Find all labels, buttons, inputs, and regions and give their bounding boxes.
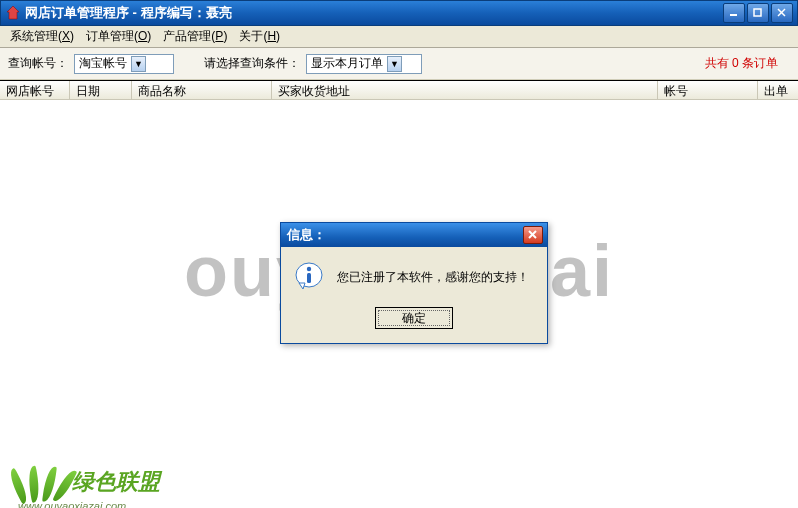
svg-rect-1	[754, 9, 761, 16]
col-date[interactable]: 日期	[70, 81, 132, 99]
menu-about[interactable]: 关于(H)	[233, 26, 286, 47]
minimize-button[interactable]	[723, 3, 745, 23]
order-count-status: 共有 0 条订单	[705, 55, 790, 72]
footer-url: www.ouyaoxiazai.com	[18, 500, 126, 508]
info-dialog: 信息： 您已注册了本软件，感谢您的支持！ 确定	[280, 222, 548, 344]
query-toolbar: 查询帐号： 淘宝帐号 ▼ 请选择查询条件： 显示本月订单 ▼ 共有 0 条订单	[0, 48, 798, 80]
leaf-icon	[18, 462, 68, 502]
dialog-close-button[interactable]	[523, 226, 543, 244]
condition-combo[interactable]: 显示本月订单 ▼	[306, 54, 422, 74]
footer-logo: 绿色联盟	[18, 462, 160, 502]
dialog-title-text: 信息：	[285, 226, 523, 244]
close-button[interactable]	[771, 3, 793, 23]
account-combo-value: 淘宝帐号	[79, 55, 127, 72]
maximize-button[interactable]	[747, 3, 769, 23]
menu-system[interactable]: 系统管理(X)	[4, 26, 80, 47]
dialog-titlebar: 信息：	[281, 223, 547, 247]
menu-orders[interactable]: 订单管理(O)	[80, 26, 157, 47]
condition-label: 请选择查询条件：	[204, 55, 300, 72]
col-product-name[interactable]: 商品名称	[132, 81, 272, 99]
account-combo[interactable]: 淘宝帐号 ▼	[74, 54, 174, 74]
footer-brand: 绿色联盟	[72, 467, 160, 497]
chevron-down-icon: ▼	[131, 56, 146, 72]
svg-point-7	[307, 267, 311, 271]
svg-rect-8	[307, 273, 311, 283]
condition-combo-value: 显示本月订单	[311, 55, 383, 72]
col-issued[interactable]: 出单	[758, 81, 798, 99]
info-icon	[293, 261, 325, 293]
dialog-message: 您已注册了本软件，感谢您的支持！	[337, 269, 529, 286]
window-title: 网店订单管理程序 - 程序编写：聂亮	[25, 4, 723, 22]
menu-products[interactable]: 产品管理(P)	[157, 26, 233, 47]
account-label: 查询帐号：	[8, 55, 68, 72]
col-account[interactable]: 帐号	[658, 81, 758, 99]
table-header: 网店帐号 日期 商品名称 买家收货地址 帐号 出单	[0, 80, 798, 100]
app-icon	[5, 5, 21, 21]
menu-bar: 系统管理(X) 订单管理(O) 产品管理(P) 关于(H)	[0, 26, 798, 48]
col-shop-account[interactable]: 网店帐号	[0, 81, 70, 99]
chevron-down-icon: ▼	[387, 56, 402, 72]
window-titlebar: 网店订单管理程序 - 程序编写：聂亮	[0, 0, 798, 26]
col-buyer-address[interactable]: 买家收货地址	[272, 81, 658, 99]
dialog-ok-button[interactable]: 确定	[375, 307, 453, 329]
